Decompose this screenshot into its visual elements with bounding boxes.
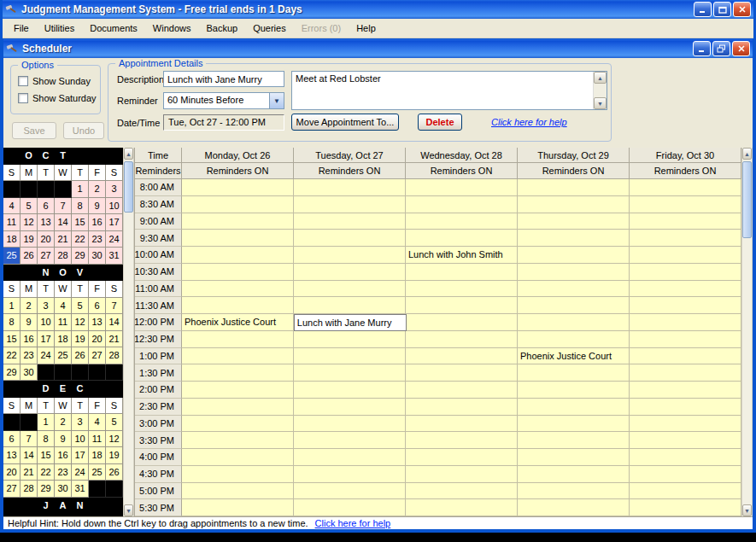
calendar-scrollbar[interactable]: ▲ ▼ (123, 148, 134, 516)
appointment-notes[interactable]: Meet at Red Lobster ▲ ▼ (291, 71, 607, 110)
calendar-date[interactable]: 31 (72, 481, 89, 498)
calendar-date[interactable]: 9 (55, 431, 72, 448)
calendar-date[interactable]: 20 (38, 231, 55, 248)
calendar-scroll-track[interactable] (124, 160, 133, 504)
schedule-cell[interactable] (294, 364, 406, 382)
calendar-date[interactable]: 22 (72, 231, 89, 248)
schedule-cell[interactable] (518, 314, 630, 331)
calendar-date[interactable]: 18 (3, 231, 21, 248)
calendar-date[interactable]: 1 (38, 414, 55, 431)
calendar-date[interactable]: 25 (89, 464, 106, 481)
schedule-cell[interactable] (518, 416, 630, 433)
menu-item-queries[interactable]: Queries (245, 19, 294, 38)
show-sunday-checkbox[interactable] (18, 76, 28, 86)
schedule-cell[interactable] (630, 314, 741, 331)
calendar-date[interactable]: 28 (21, 481, 38, 498)
schedule-cell[interactable] (182, 213, 294, 230)
description-input[interactable] (163, 71, 284, 87)
menu-item-utilities[interactable]: Utilities (37, 19, 82, 38)
calendar-date[interactable]: 29 (72, 248, 89, 265)
schedule-cell[interactable] (294, 230, 406, 247)
calendar-date[interactable]: 7 (21, 431, 38, 448)
notes-scroll-up-icon[interactable]: ▲ (594, 72, 607, 84)
schedule-cell[interactable] (182, 348, 294, 365)
calendar-date[interactable]: 16 (89, 214, 106, 231)
calendar-date[interactable]: 12 (106, 431, 123, 448)
schedule-cell[interactable] (406, 230, 518, 247)
schedule-cell[interactable] (294, 179, 406, 196)
schedule-scroll-track[interactable] (742, 160, 752, 504)
reminders-toggle[interactable]: Reminders ON (294, 163, 406, 179)
schedule-cell[interactable] (630, 247, 741, 264)
schedule-cell[interactable] (630, 213, 741, 230)
schedule-cell[interactable] (182, 331, 294, 348)
schedule-cell[interactable] (294, 449, 406, 466)
calendar-date[interactable]: 16 (55, 447, 72, 464)
calendar-scroll-down-icon[interactable]: ▼ (124, 504, 133, 516)
calendar-date[interactable]: 13 (89, 314, 106, 331)
move-appointment-button[interactable]: Move Appointment To... (291, 114, 399, 131)
schedule-cell[interactable] (406, 416, 518, 433)
calendar-date[interactable]: 9 (89, 198, 106, 215)
calendar-date[interactable]: 16 (21, 331, 38, 348)
calendar-date[interactable]: 2 (89, 181, 106, 198)
schedule-cell[interactable] (294, 196, 406, 213)
schedule-cell[interactable] (294, 416, 406, 433)
calendar-date[interactable]: 9 (21, 314, 38, 331)
calendar-date[interactable]: 6 (3, 431, 21, 448)
help-link[interactable]: Click here for help (491, 117, 567, 127)
calendar-date[interactable]: 12 (21, 214, 38, 231)
calendar-scroll-thumb[interactable] (124, 161, 133, 213)
schedule-cell[interactable] (630, 382, 741, 399)
schedule-cell[interactable] (406, 499, 518, 516)
calendar-date[interactable]: 29 (38, 481, 55, 498)
calendar-date[interactable]: 27 (3, 481, 21, 498)
schedule-cell[interactable] (406, 196, 518, 213)
calendar-date[interactable]: 18 (89, 447, 106, 464)
schedule-cell[interactable] (182, 196, 294, 213)
calendar-date[interactable]: 23 (55, 464, 72, 481)
schedule-cell[interactable] (518, 499, 630, 516)
calendar-date[interactable]: 26 (72, 347, 89, 364)
calendar-date[interactable]: 15 (3, 331, 21, 348)
menu-item-file[interactable]: File (6, 19, 37, 38)
calendar-date[interactable]: 19 (72, 331, 89, 348)
maximize-button[interactable] (713, 2, 731, 17)
schedule-cell[interactable] (630, 179, 741, 196)
calendar-date[interactable]: 24 (72, 464, 89, 481)
schedule-cell[interactable] (518, 432, 630, 449)
calendar-date[interactable]: 24 (106, 231, 123, 248)
calendar-date[interactable]: 17 (38, 331, 55, 348)
save-button[interactable]: Save (12, 122, 56, 139)
schedule-cell[interactable] (406, 466, 518, 483)
schedule-cell[interactable] (182, 264, 294, 281)
schedule-scroll-up-icon[interactable]: ▲ (742, 148, 752, 160)
notes-scroll-down-icon[interactable]: ▼ (594, 97, 607, 109)
schedule-cell[interactable] (630, 230, 741, 247)
schedule-cell[interactable] (182, 416, 294, 433)
calendar-date[interactable]: 13 (38, 214, 55, 231)
schedule-cell[interactable] (406, 399, 518, 416)
calendar-scroll-up-icon[interactable]: ▲ (124, 148, 133, 160)
calendar-date[interactable]: 27 (89, 347, 106, 364)
calendar-date[interactable]: 11 (55, 314, 72, 331)
calendar-date[interactable]: 17 (72, 447, 89, 464)
schedule-cell[interactable] (518, 449, 630, 466)
schedule-cell[interactable] (406, 331, 518, 348)
calendar-date[interactable]: 24 (38, 347, 55, 364)
calendar-date[interactable]: 26 (21, 248, 38, 265)
calendar-date[interactable]: 21 (55, 231, 72, 248)
notes-scrollbar[interactable]: ▲ ▼ (593, 72, 607, 109)
calendar-date[interactable]: 17 (106, 214, 123, 231)
schedule-cell[interactable] (182, 247, 294, 264)
schedule-cell[interactable] (182, 466, 294, 483)
schedule-cell[interactable] (294, 432, 406, 449)
scheduler-close-button[interactable] (732, 41, 750, 56)
schedule-cell[interactable] (630, 281, 741, 298)
calendar-date[interactable]: 11 (3, 214, 21, 231)
calendar-date[interactable]: 6 (38, 198, 55, 215)
schedule-cell[interactable] (406, 432, 518, 449)
calendar-date[interactable]: 5 (21, 198, 38, 215)
calendar-date[interactable]: 4 (89, 414, 106, 431)
calendar-date[interactable]: 4 (55, 298, 72, 315)
